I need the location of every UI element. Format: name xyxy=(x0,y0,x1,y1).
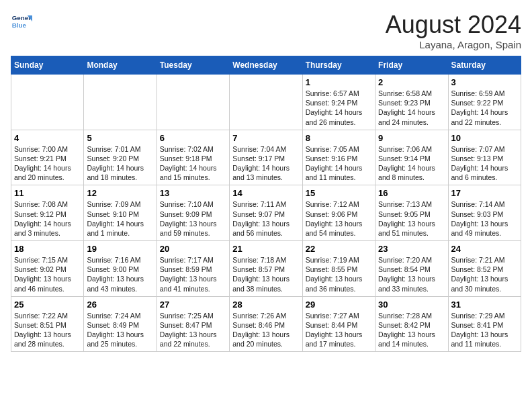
day-info: Sunrise: 7:06 AM Sunset: 9:14 PM Dayligh… xyxy=(378,144,445,183)
day-number: 31 xyxy=(451,300,518,310)
day-cell: 18Sunrise: 7:15 AM Sunset: 9:02 PM Dayli… xyxy=(11,241,84,297)
day-info: Sunrise: 7:19 AM Sunset: 8:55 PM Dayligh… xyxy=(306,255,372,293)
day-info: Sunrise: 7:17 AM Sunset: 8:59 PM Dayligh… xyxy=(160,255,226,293)
day-number: 17 xyxy=(451,188,518,198)
day-cell: 20Sunrise: 7:17 AM Sunset: 8:59 PM Dayli… xyxy=(157,241,229,297)
day-number: 3 xyxy=(451,77,518,87)
day-number: 2 xyxy=(378,77,445,87)
month-title: August 2024 xyxy=(386,11,521,39)
day-info: Sunrise: 6:57 AM Sunset: 9:24 PM Dayligh… xyxy=(306,89,372,127)
day-cell: 11Sunrise: 7:08 AM Sunset: 9:12 PM Dayli… xyxy=(11,185,84,241)
calendar-table: SundayMondayTuesdayWednesdayThursdayFrid… xyxy=(11,56,521,352)
day-info: Sunrise: 7:28 AM Sunset: 8:42 PM Dayligh… xyxy=(378,311,445,349)
day-info: Sunrise: 7:13 AM Sunset: 9:05 PM Dayligh… xyxy=(378,199,445,238)
day-info: Sunrise: 6:58 AM Sunset: 9:23 PM Dayligh… xyxy=(378,89,445,127)
day-cell: 31Sunrise: 7:29 AM Sunset: 8:41 PM Dayli… xyxy=(448,296,521,352)
day-cell: 25Sunrise: 7:22 AM Sunset: 8:51 PM Dayli… xyxy=(11,296,84,352)
day-cell: 19Sunrise: 7:16 AM Sunset: 9:00 PM Dayli… xyxy=(84,241,157,297)
day-info: Sunrise: 7:18 AM Sunset: 8:57 PM Dayligh… xyxy=(232,255,299,293)
day-cell: 7Sunrise: 7:04 AM Sunset: 9:17 PM Daylig… xyxy=(230,130,302,185)
day-number: 5 xyxy=(87,133,153,143)
header-cell-saturday: Saturday xyxy=(448,56,521,75)
day-info: Sunrise: 7:05 AM Sunset: 9:16 PM Dayligh… xyxy=(306,144,372,183)
day-info: Sunrise: 7:02 AM Sunset: 9:18 PM Dayligh… xyxy=(160,144,226,183)
day-info: Sunrise: 7:11 AM Sunset: 9:07 PM Dayligh… xyxy=(232,199,299,238)
day-cell xyxy=(157,75,229,130)
logo-icon: General Blue xyxy=(11,11,32,32)
day-number: 1 xyxy=(306,77,372,87)
day-number: 20 xyxy=(160,244,226,254)
day-cell: 6Sunrise: 7:02 AM Sunset: 9:18 PM Daylig… xyxy=(157,130,229,185)
day-cell: 8Sunrise: 7:05 AM Sunset: 9:16 PM Daylig… xyxy=(302,130,375,185)
day-cell: 22Sunrise: 7:19 AM Sunset: 8:55 PM Dayli… xyxy=(302,241,375,297)
header-cell-thursday: Thursday xyxy=(302,56,375,75)
day-number: 26 xyxy=(87,300,153,310)
day-number: 15 xyxy=(306,188,372,198)
day-cell: 30Sunrise: 7:28 AM Sunset: 8:42 PM Dayli… xyxy=(375,296,448,352)
day-info: Sunrise: 7:22 AM Sunset: 8:51 PM Dayligh… xyxy=(14,311,81,349)
week-row-5: 25Sunrise: 7:22 AM Sunset: 8:51 PM Dayli… xyxy=(11,296,521,352)
logo: General Blue xyxy=(11,11,32,32)
day-number: 25 xyxy=(14,300,81,310)
day-cell: 16Sunrise: 7:13 AM Sunset: 9:05 PM Dayli… xyxy=(375,185,448,241)
day-number: 16 xyxy=(378,188,445,198)
day-cell: 1Sunrise: 6:57 AM Sunset: 9:24 PM Daylig… xyxy=(302,75,375,130)
day-cell: 2Sunrise: 6:58 AM Sunset: 9:23 PM Daylig… xyxy=(375,75,448,130)
week-row-2: 4Sunrise: 7:00 AM Sunset: 9:21 PM Daylig… xyxy=(11,130,521,185)
day-cell xyxy=(84,75,157,130)
day-info: Sunrise: 7:15 AM Sunset: 9:02 PM Dayligh… xyxy=(14,255,81,293)
day-info: Sunrise: 7:21 AM Sunset: 8:52 PM Dayligh… xyxy=(451,255,518,293)
day-number: 28 xyxy=(232,300,299,310)
day-cell: 4Sunrise: 7:00 AM Sunset: 9:21 PM Daylig… xyxy=(11,130,84,185)
day-info: Sunrise: 6:59 AM Sunset: 9:22 PM Dayligh… xyxy=(451,89,518,127)
day-number: 22 xyxy=(306,244,372,254)
svg-text:Blue: Blue xyxy=(12,21,27,29)
day-number: 6 xyxy=(160,133,226,143)
header-cell-tuesday: Tuesday xyxy=(157,56,229,75)
day-cell: 29Sunrise: 7:27 AM Sunset: 8:44 PM Dayli… xyxy=(302,296,375,352)
day-cell: 9Sunrise: 7:06 AM Sunset: 9:14 PM Daylig… xyxy=(375,130,448,185)
day-cell: 12Sunrise: 7:09 AM Sunset: 9:10 PM Dayli… xyxy=(84,185,157,241)
day-cell: 21Sunrise: 7:18 AM Sunset: 8:57 PM Dayli… xyxy=(230,241,302,297)
day-number: 13 xyxy=(160,188,226,198)
calendar-header: SundayMondayTuesdayWednesdayThursdayFrid… xyxy=(11,56,521,75)
day-cell: 24Sunrise: 7:21 AM Sunset: 8:52 PM Dayli… xyxy=(448,241,521,297)
day-cell: 17Sunrise: 7:14 AM Sunset: 9:03 PM Dayli… xyxy=(448,185,521,241)
header-cell-monday: Monday xyxy=(84,56,157,75)
day-number: 19 xyxy=(87,244,153,254)
calendar-body: 1Sunrise: 6:57 AM Sunset: 9:24 PM Daylig… xyxy=(11,75,521,352)
day-info: Sunrise: 7:07 AM Sunset: 9:13 PM Dayligh… xyxy=(451,144,518,183)
day-number: 23 xyxy=(378,244,445,254)
day-cell: 28Sunrise: 7:26 AM Sunset: 8:46 PM Dayli… xyxy=(230,296,302,352)
day-number: 7 xyxy=(232,133,299,143)
day-number: 29 xyxy=(306,300,372,310)
day-cell: 13Sunrise: 7:10 AM Sunset: 9:09 PM Dayli… xyxy=(157,185,229,241)
day-info: Sunrise: 7:20 AM Sunset: 8:54 PM Dayligh… xyxy=(378,255,445,293)
day-info: Sunrise: 7:01 AM Sunset: 9:20 PM Dayligh… xyxy=(87,144,153,183)
day-cell: 5Sunrise: 7:01 AM Sunset: 9:20 PM Daylig… xyxy=(84,130,157,185)
week-row-3: 11Sunrise: 7:08 AM Sunset: 9:12 PM Dayli… xyxy=(11,185,521,241)
day-info: Sunrise: 7:26 AM Sunset: 8:46 PM Dayligh… xyxy=(232,311,299,349)
week-row-1: 1Sunrise: 6:57 AM Sunset: 9:24 PM Daylig… xyxy=(11,75,521,130)
header-cell-wednesday: Wednesday xyxy=(230,56,302,75)
header-row: SundayMondayTuesdayWednesdayThursdayFrid… xyxy=(11,56,521,75)
header-cell-sunday: Sunday xyxy=(11,56,84,75)
day-number: 4 xyxy=(14,133,81,143)
day-info: Sunrise: 7:12 AM Sunset: 9:06 PM Dayligh… xyxy=(306,199,372,238)
day-cell: 26Sunrise: 7:24 AM Sunset: 8:49 PM Dayli… xyxy=(84,296,157,352)
day-number: 27 xyxy=(160,300,226,310)
day-number: 14 xyxy=(232,188,299,198)
svg-text:General: General xyxy=(12,14,32,21)
day-info: Sunrise: 7:16 AM Sunset: 9:00 PM Dayligh… xyxy=(87,255,153,293)
week-row-4: 18Sunrise: 7:15 AM Sunset: 9:02 PM Dayli… xyxy=(11,241,521,297)
day-info: Sunrise: 7:27 AM Sunset: 8:44 PM Dayligh… xyxy=(306,311,372,349)
day-cell: 10Sunrise: 7:07 AM Sunset: 9:13 PM Dayli… xyxy=(448,130,521,185)
day-cell: 15Sunrise: 7:12 AM Sunset: 9:06 PM Dayli… xyxy=(302,185,375,241)
day-info: Sunrise: 7:10 AM Sunset: 9:09 PM Dayligh… xyxy=(160,199,226,238)
day-info: Sunrise: 7:00 AM Sunset: 9:21 PM Dayligh… xyxy=(14,144,81,183)
day-cell: 3Sunrise: 6:59 AM Sunset: 9:22 PM Daylig… xyxy=(448,75,521,130)
day-cell xyxy=(11,75,84,130)
day-cell: 23Sunrise: 7:20 AM Sunset: 8:54 PM Dayli… xyxy=(375,241,448,297)
day-info: Sunrise: 7:25 AM Sunset: 8:47 PM Dayligh… xyxy=(160,311,226,349)
day-number: 24 xyxy=(451,244,518,254)
